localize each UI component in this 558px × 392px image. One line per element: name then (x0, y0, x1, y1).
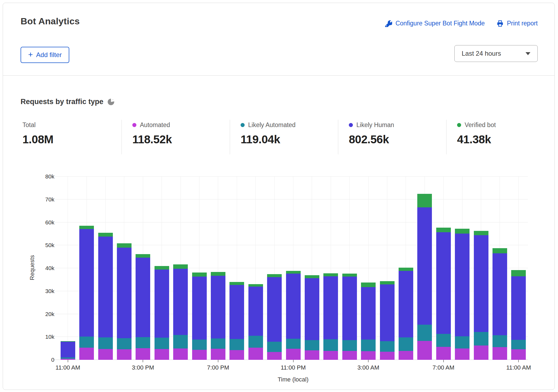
bar-segment-likely-automated[interactable] (136, 337, 150, 348)
bar-segment-verified-bot[interactable] (399, 268, 413, 271)
bar-segment-verified-bot[interactable] (455, 229, 470, 234)
bar-segment-automated[interactable] (474, 346, 488, 360)
bar-segment-likely-human[interactable] (155, 270, 169, 338)
bar-segment-automated[interactable] (117, 349, 132, 360)
bar-segment-likely-automated[interactable] (436, 334, 451, 347)
bar-segment-likely-automated[interactable] (229, 339, 244, 350)
bar-segment-automated[interactable] (399, 351, 413, 360)
bar-segment-automated[interactable] (61, 359, 75, 360)
bar-segment-likely-human[interactable] (436, 232, 451, 334)
bar-segment-likely-human[interactable] (61, 342, 75, 357)
bar-segment-verified-bot[interactable] (136, 254, 150, 258)
configure-super-bot-fight-mode-link[interactable]: Configure Super Bot Fight Mode (385, 20, 485, 27)
bar-segment-likely-automated[interactable] (342, 340, 357, 351)
bar-segment-automated[interactable] (361, 351, 376, 360)
bar-segment-verified-bot[interactable] (474, 231, 488, 235)
bar-segment-automated[interactable] (323, 351, 338, 360)
bar-segment-likely-automated[interactable] (155, 338, 169, 349)
bar-segment-likely-automated[interactable] (511, 340, 526, 349)
bar-segment-likely-human[interactable] (455, 234, 470, 336)
bar-segment-automated[interactable] (229, 350, 244, 360)
bar-segment-likely-automated[interactable] (399, 337, 413, 351)
bar-segment-automated[interactable] (493, 347, 507, 360)
bar-segment-automated[interactable] (79, 348, 94, 360)
bar-segment-automated[interactable] (455, 348, 470, 360)
bar-segment-likely-human[interactable] (305, 278, 319, 340)
bar-segment-likely-human[interactable] (211, 276, 225, 338)
bar-segment-likely-automated[interactable] (173, 335, 188, 349)
time-range-select[interactable]: Last 24 hours (454, 45, 538, 62)
bar-segment-verified-bot[interactable] (436, 228, 451, 232)
bar-segment-verified-bot[interactable] (511, 270, 526, 276)
bar-segment-verified-bot[interactable] (211, 272, 225, 276)
bar-segment-likely-human[interactable] (380, 284, 395, 341)
bar-segment-likely-automated[interactable] (117, 338, 132, 349)
bar-segment-likely-human[interactable] (474, 235, 488, 332)
bar-segment-likely-human[interactable] (248, 287, 263, 336)
bar-segment-likely-automated[interactable] (79, 337, 94, 348)
bar-segment-likely-human[interactable] (98, 237, 113, 337)
bar-segment-verified-bot[interactable] (342, 274, 357, 277)
bar-segment-verified-bot[interactable] (493, 248, 507, 253)
add-filter-button[interactable]: + Add filter (21, 47, 69, 63)
bar-segment-automated[interactable] (436, 347, 451, 360)
bar-segment-verified-bot[interactable] (229, 282, 244, 285)
bar-segment-likely-human[interactable] (361, 287, 376, 340)
bar-segment-automated[interactable] (136, 348, 150, 360)
bar-segment-automated[interactable] (417, 341, 432, 360)
bar-segment-likely-automated[interactable] (474, 332, 488, 346)
bar-segment-verified-bot[interactable] (155, 266, 169, 270)
bar-segment-automated[interactable] (286, 349, 301, 360)
bar-segment-likely-human[interactable] (417, 207, 432, 325)
bar-segment-automated[interactable] (267, 352, 282, 360)
bar-segment-automated[interactable] (211, 349, 225, 360)
bar-segment-likely-automated[interactable] (98, 337, 113, 349)
bar-segment-likely-human[interactable] (117, 248, 132, 338)
bar-segment-likely-human[interactable] (286, 274, 301, 338)
bar-segment-likely-automated[interactable] (248, 336, 263, 348)
bar-segment-verified-bot[interactable] (323, 273, 338, 276)
bar-segment-likely-automated[interactable] (211, 338, 225, 349)
bar-segment-likely-automated[interactable] (417, 325, 432, 341)
bar-segment-likely-automated[interactable] (305, 340, 319, 351)
bar-segment-likely-human[interactable] (323, 276, 338, 339)
bar-segment-likely-automated[interactable] (192, 340, 207, 350)
bar-segment-verified-bot[interactable] (98, 233, 113, 237)
bar-segment-likely-automated[interactable] (361, 340, 376, 351)
bar-segment-automated[interactable] (511, 349, 526, 360)
bar-segment-verified-bot[interactable] (267, 274, 282, 277)
bar-segment-likely-automated[interactable] (493, 335, 507, 347)
bar-segment-verified-bot[interactable] (286, 271, 301, 274)
bar-segment-verified-bot[interactable] (361, 283, 376, 287)
bar-segment-verified-bot[interactable] (117, 243, 132, 247)
bar-segment-verified-bot[interactable] (192, 273, 207, 276)
bar-segment-likely-automated[interactable] (323, 339, 338, 351)
bar-segment-likely-human[interactable] (173, 269, 188, 335)
bar-segment-likely-human[interactable] (342, 277, 357, 340)
bar-segment-likely-human[interactable] (511, 276, 526, 340)
bar-segment-verified-bot[interactable] (380, 281, 395, 285)
bar-segment-likely-human[interactable] (267, 277, 282, 342)
bar-segment-likely-human[interactable] (192, 277, 207, 340)
bar-segment-verified-bot[interactable] (248, 284, 263, 287)
bar-segment-automated[interactable] (248, 348, 263, 360)
bar-segment-likely-automated[interactable] (380, 341, 395, 351)
bar-segment-verified-bot[interactable] (79, 226, 94, 229)
bar-segment-verified-bot[interactable] (173, 264, 188, 268)
bar-segment-verified-bot[interactable] (417, 194, 432, 207)
bar-segment-likely-human[interactable] (229, 285, 244, 339)
bar-segment-likely-human[interactable] (136, 258, 150, 337)
bar-segment-likely-automated[interactable] (286, 339, 301, 349)
bar-segment-verified-bot[interactable] (305, 275, 319, 278)
bar-segment-automated[interactable] (192, 350, 207, 360)
bar-segment-likely-human[interactable] (79, 229, 94, 337)
bar-segment-automated[interactable] (305, 350, 319, 360)
bar-segment-likely-automated[interactable] (455, 336, 470, 348)
bar-segment-automated[interactable] (342, 351, 357, 360)
bar-segment-automated[interactable] (155, 349, 169, 360)
bar-segment-likely-automated[interactable] (267, 342, 282, 352)
print-report-link[interactable]: Print report (497, 20, 538, 27)
bar-segment-automated[interactable] (98, 349, 113, 360)
bar-segment-likely-human[interactable] (493, 253, 507, 335)
bar-segment-likely-human[interactable] (399, 271, 413, 337)
